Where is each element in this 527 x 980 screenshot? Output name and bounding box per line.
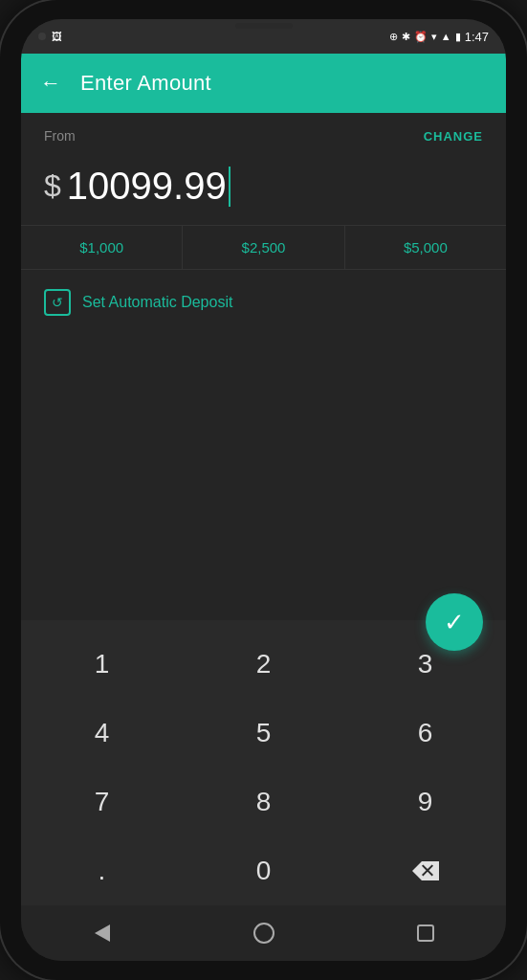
from-row: From CHANGE (21, 113, 506, 155)
key-backspace[interactable] (344, 836, 506, 905)
nav-recents-button[interactable] (402, 909, 450, 957)
text-cursor (229, 167, 231, 207)
deposit-icon: ↺ (52, 295, 63, 310)
key-decimal[interactable]: . (21, 836, 183, 905)
nav-back-button[interactable] (78, 909, 126, 957)
key-grid: 1 2 3 4 5 6 7 (21, 630, 506, 905)
key-0[interactable]: 0 (183, 836, 344, 905)
app-bar: ← Enter Amount (21, 54, 506, 113)
nav-home-button[interactable] (240, 909, 288, 957)
check-icon: ✓ (444, 610, 465, 635)
currency-symbol: $ (44, 168, 61, 204)
key-1[interactable]: 1 (21, 630, 183, 699)
amount-display: $ 10099.99 (21, 155, 506, 225)
notification-icon: 🖼 (52, 31, 62, 42)
auto-deposit-label: Set Automatic Deposit (82, 294, 232, 311)
from-label: From (44, 128, 76, 144)
nav-bar (21, 905, 506, 961)
quick-amount-1000[interactable]: $1,000 (21, 226, 183, 269)
page-title: Enter Amount (80, 71, 211, 96)
alarm-icon: ⏰ (414, 31, 428, 43)
back-button[interactable]: ← (40, 71, 61, 96)
status-bar-right: ⊕ ✱ ⏰ ▾ ▲ ▮ 1:47 (389, 30, 489, 44)
signal-icon: ▲ (441, 31, 451, 42)
key-2[interactable]: 2 (183, 630, 344, 699)
keyboard-section: ✓ 1 2 3 4 5 6 (21, 620, 506, 905)
backspace-icon (412, 861, 439, 880)
quick-amounts: $1,000 $2,500 $5,000 (21, 225, 506, 270)
amount-value: 10099.99 (67, 165, 231, 208)
battery-icon: ▮ (455, 31, 461, 43)
key-3[interactable]: 3 (344, 630, 506, 699)
quick-amount-5000[interactable]: $5,000 (345, 226, 506, 269)
key-7[interactable]: 7 (21, 768, 183, 836)
key-6[interactable]: 6 (344, 699, 506, 768)
change-button[interactable]: CHANGE (424, 129, 483, 144)
status-time: 1:47 (465, 30, 489, 44)
nav-recents-icon (417, 924, 434, 942)
phone-frame: 🖼 ⊕ ✱ ⏰ ▾ ▲ ▮ 1:47 ← Enter Amount From C… (0, 0, 527, 980)
deposit-icon-box: ↺ (44, 289, 71, 316)
content-spacer (21, 335, 506, 620)
bluetooth-icon: ✱ (402, 31, 410, 43)
nav-back-icon (95, 924, 110, 942)
confirm-button[interactable]: ✓ (426, 593, 483, 651)
key-9[interactable]: 9 (344, 768, 506, 836)
key-5[interactable]: 5 (183, 699, 344, 768)
auto-deposit-row[interactable]: ↺ Set Automatic Deposit (21, 270, 506, 335)
sync-icon: ⊕ (389, 31, 398, 43)
phone-screen: 🖼 ⊕ ✱ ⏰ ▾ ▲ ▮ 1:47 ← Enter Amount From C… (21, 19, 506, 961)
content-area: From CHANGE $ 10099.99 $1,000 $2,500 (21, 113, 506, 620)
mic-notch (235, 23, 293, 29)
wifi-icon: ▾ (431, 31, 437, 43)
nav-home-icon (253, 923, 274, 944)
status-bar-left: 🖼 (38, 31, 62, 42)
amount-number: 10099.99 (67, 165, 227, 208)
key-8[interactable]: 8 (183, 768, 344, 836)
quick-amount-2500[interactable]: $2,500 (183, 226, 344, 269)
camera-notch (38, 33, 46, 40)
key-4[interactable]: 4 (21, 699, 183, 768)
